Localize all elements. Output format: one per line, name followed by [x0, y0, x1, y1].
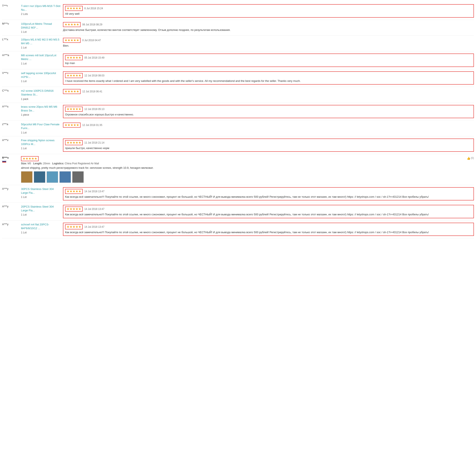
special-stars-box: ★★★★★: [21, 156, 39, 161]
bordered-review-content: ★★★★★ 6 Jul 2018 15:24 All very well: [63, 4, 474, 18]
username-2: L***x: [2, 38, 21, 41]
review-image-2[interactable]: [34, 171, 45, 183]
product-link-7[interactable]: 50pcs/lot M6 Four Claw Female Furni...: [21, 122, 61, 130]
special-content-col: ★★★★★ 👍 (0) Size: M5 Length: 20mm Logist…: [21, 156, 474, 183]
product-link-8[interactable]: Free shipping Nylon screws 100Pcs M...: [21, 138, 61, 146]
star-icon: ★★★★★: [67, 141, 81, 144]
product-link-0[interactable]: T-slot t nut 10pcs M6-M16 T-Slot Nu...: [21, 4, 61, 12]
review-image-4[interactable]: [59, 171, 71, 183]
username-8: A***v: [2, 138, 21, 142]
big-product-col-2: schroef m4 flat 20PCS-M4*6/8/10/12 ... 1…: [21, 223, 63, 234]
stars-date-8: ★★★★★ 11 Jul 2018 21:14: [65, 140, 472, 145]
review-date-5: 12 Jul 2018 06:41: [82, 90, 102, 93]
big-product-link-0[interactable]: 30PCS Stainless Steel 304 Large Fla...: [21, 187, 61, 195]
big-review-date-0: 14 Jul 2018 13:47: [84, 190, 104, 193]
big-product-col-0: 30PCS Stainless Steel 304 Large Fla... 1…: [21, 187, 63, 199]
review-list: T***r T-slot t nut 10pcs M6-M16 T-Slot N…: [2, 2, 474, 238]
quantity-7: 1 Lot: [21, 131, 61, 134]
stars-box-8: ★★★★★: [65, 140, 83, 145]
review-text-2: Bien.: [63, 44, 474, 48]
username-0: T***r: [2, 4, 21, 7]
review-row: z***a 50pcs/lot M6 Four Claw Female Furn…: [2, 120, 474, 136]
product-link-4[interactable]: self tapping screw 100pcs/lot m3*6/...: [21, 71, 61, 79]
review-content-5: ★★★★★ 12 Jul 2018 06:41: [63, 89, 474, 95]
review-text-4: I have received the items exactly what I…: [65, 79, 472, 83]
star-icon: ★★★★★: [67, 207, 81, 211]
review-row: V***c self tapping screw 100pcs/lot m3*6…: [2, 69, 474, 87]
thumbs-count: (0): [471, 156, 474, 160]
ru-flag-icon: [2, 160, 6, 163]
stars-date-1: ★★★★★ 06 Jul 2018 08:29: [63, 22, 474, 27]
star-icon: ★★★★★: [65, 39, 79, 42]
review-image-5[interactable]: [72, 171, 84, 183]
star-icon: ★★★★★: [67, 107, 81, 111]
big-product-link-2[interactable]: schroef m4 flat 20PCS-M4*6/8/10/12 ...: [21, 223, 61, 230]
thumbs-row: 👍 (0): [467, 156, 474, 160]
big-stars-box-1: ★★★★★: [65, 206, 83, 212]
product-link-5[interactable]: m2 screw 100PCS DIN916 Stainless St...: [21, 89, 61, 97]
product-link-2[interactable]: 100pcs M1.6 M2 M2.5 M3 M3.5 M4 M5 ...: [21, 38, 61, 45]
product-col-7: 50pcs/lot M6 Four Claw Female Furni... 1…: [21, 122, 63, 134]
star-icon: ★★★★★: [22, 157, 37, 160]
quantity-5: 1 pack: [21, 98, 61, 101]
star-icon: ★★★★★: [65, 23, 79, 26]
review-row: m***a M8 screws m8 bolt 10pcs/Lot Metric…: [2, 51, 474, 69]
review-date-8: 11 Jul 2018 21:14: [84, 141, 104, 144]
review-content-2: ★★★★★ 0 Jul 2018 04:47 Bien.: [63, 38, 474, 48]
product-link-3[interactable]: M8 screws m8 bolt 10pcs/Lot Metric ...: [21, 53, 61, 61]
star-icon: ★★★★★: [67, 7, 81, 10]
stars-box-0: ★★★★★: [65, 6, 83, 11]
review-text-1: Доставка вполне быстрая, количество винт…: [63, 28, 474, 32]
bordered-review-content: ★★★★★ 11 Jul 2018 21:14 пришли быстро, к…: [63, 138, 474, 152]
review-row: A***s brass screw 20pcs M3 M5 M6 Brass S…: [2, 103, 474, 121]
stars-box-4: ★★★★★: [65, 73, 83, 78]
review-date-7: 12 Jul 2018 01:35: [82, 124, 102, 127]
stars-date-5: ★★★★★ 12 Jul 2018 06:41: [63, 89, 474, 94]
big-review-row-0: A***y 30PCS Stainless Steel 304 Large Fl…: [2, 185, 474, 203]
star-icon: ★★★★★: [65, 90, 79, 93]
review-date-1: 06 Jul 2018 08:29: [82, 23, 102, 26]
review-date-2: 0 Jul 2018 04:47: [82, 39, 101, 42]
big-quantity-0: 1 Lot: [21, 196, 61, 199]
big-review-date-2: 14 Jul 2018 13:47: [84, 225, 104, 228]
big-product-col-1: 20PCS Stainless Steel 304 Large Fla... 1…: [21, 205, 63, 216]
stars-box-7: ★★★★★: [63, 122, 81, 128]
special-user-col: R***v: [2, 156, 21, 183]
big-bordered-content-1: ★★★★★ 14 Jul 2018 13:47 Как всегда всё з…: [63, 205, 474, 218]
review-date-0: 6 Jul 2018 15:24: [84, 7, 103, 10]
stars-date-7: ★★★★★ 12 Jul 2018 01:35: [63, 122, 474, 128]
bordered-review-content: ★★★★★ 05 Jul 2018 15:49 top man: [63, 53, 474, 67]
review-date-4: 12 Jul 2018 08:03: [84, 74, 104, 77]
special-review-row: R***v ★★★★★ 👍 (0) Size: M5 Length: 20mm …: [2, 154, 474, 185]
stars-box-1: ★★★★★: [63, 22, 81, 27]
bordered-review-content: ★★★★★ 12 Jul 2018 05:13 Огромное спасибо…: [63, 105, 474, 118]
username-6: A***s: [2, 105, 21, 108]
review-date-3: 05 Jul 2018 15:49: [84, 56, 104, 59]
review-text-0: All very well: [65, 12, 472, 16]
stars-box-6: ★★★★★: [65, 107, 83, 112]
stars-box-3: ★★★★★: [65, 55, 83, 60]
big-quantity-1: 1 Lot: [21, 213, 61, 216]
product-col-0: T-slot t nut 10pcs M6-M16 T-Slot Nu... 2…: [21, 4, 63, 16]
stars-date-2: ★★★★★ 0 Jul 2018 04:47: [63, 38, 474, 43]
big-username-2: A***y: [2, 223, 21, 226]
username-5: C***s: [2, 89, 21, 92]
star-icon: ★★★★★: [67, 56, 81, 59]
review-row: L***x 100pcs M1.6 M2 M2.5 M3 M3.5 M4 M5 …: [2, 36, 474, 51]
big-quantity-2: 1 Lot: [21, 231, 61, 234]
review-row: A***v Free shipping Nylon screws 100Pcs …: [2, 136, 474, 154]
big-product-link-1[interactable]: 20PCS Stainless Steel 304 Large Fla...: [21, 205, 61, 212]
username-3: m***a: [2, 53, 21, 57]
product-col-3: M8 screws m8 bolt 10pcs/Lot Metric ... 1…: [21, 53, 63, 65]
bordered-review-content: ★★★★★ 12 Jul 2018 08:03 I have received …: [63, 71, 474, 85]
review-image-3[interactable]: [47, 171, 58, 183]
product-col-4: self tapping screw 100pcs/lot m3*6/... 1…: [21, 71, 63, 83]
product-link-6[interactable]: brass screw 20pcs M3 M5 M6 Brass Se...: [21, 105, 61, 113]
quantity-4: 1 Lot: [21, 80, 61, 83]
review-row: M***v 100pcs/Lot Metric Thread DIN912 M3…: [2, 20, 474, 36]
review-image-1[interactable]: [21, 171, 33, 183]
big-reviews-container: A***y 30PCS Stainless Steel 304 Large Fl…: [2, 185, 474, 238]
product-link-1[interactable]: 100pcs/Lot Metric Thread DIN912 M3*...: [21, 22, 61, 30]
star-icon: ★★★★★: [67, 225, 81, 229]
regular-reviews-container: T***r T-slot t nut 10pcs M6-M16 T-Slot N…: [2, 2, 474, 154]
